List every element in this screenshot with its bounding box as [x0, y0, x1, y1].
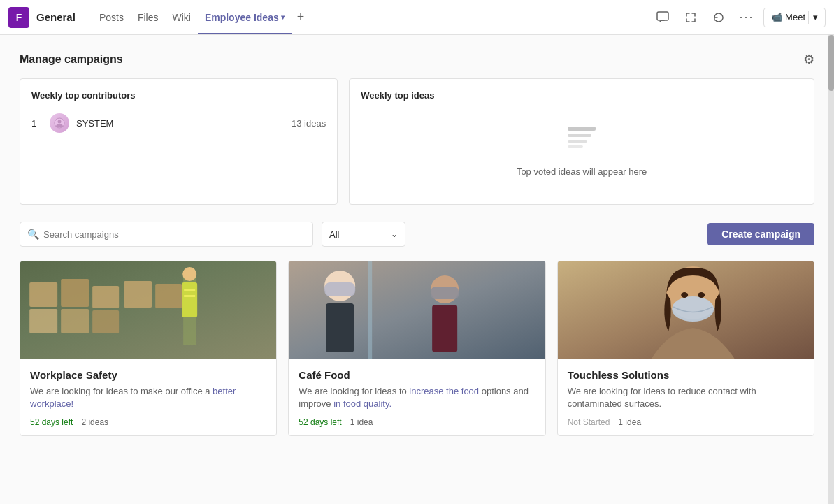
search-campaigns-input[interactable]: [43, 229, 305, 240]
nav-right-controls: ··· 📹 Meet ▾: [652, 6, 826, 29]
search-input-wrap[interactable]: 🔍: [20, 222, 313, 247]
svg-rect-25: [326, 303, 354, 352]
meet-button[interactable]: 📹 Meet ▾: [763, 8, 826, 27]
top-ideas-empty: Top voted ideas will appear here: [361, 109, 803, 193]
campaign-body-touchless: Touchless Solutions We are looking for i…: [558, 359, 814, 435]
svg-rect-8: [29, 282, 57, 307]
svg-rect-9: [61, 279, 89, 307]
desc-highlight-cafe2: in food quality.: [333, 398, 391, 409]
svg-point-33: [698, 292, 705, 298]
meet-icon: 📹: [771, 12, 782, 22]
refresh-icon-button[interactable]: [707, 6, 730, 29]
weekly-contributors-title: Weekly top contributors: [31, 90, 326, 101]
desc-highlight-cafe1: increase the food: [409, 386, 479, 396]
nav-tabs: Posts Files Wiki Employee Ideas ▾ +: [92, 0, 310, 34]
channel-name: General: [36, 11, 76, 23]
campaign-meta-touchless: Not Started 1 idea: [568, 417, 804, 427]
campaign-desc-workplace: We are looking for ideas to make our off…: [30, 385, 266, 410]
empty-ideas-icon: [565, 125, 598, 161]
svg-rect-6: [568, 145, 583, 148]
svg-rect-10: [92, 286, 119, 308]
meet-chevron[interactable]: ▾: [808, 11, 818, 24]
campaign-card-cafe-food[interactable]: Café Food We are looking for ideas to in…: [288, 261, 545, 436]
meet-label: Meet: [785, 12, 805, 22]
contributor-idea-count: 13 ideas: [292, 118, 326, 129]
svg-point-2: [58, 120, 62, 124]
settings-gear-button[interactable]: ⚙: [803, 52, 814, 67]
svg-rect-19: [184, 289, 195, 291]
campaign-title-workplace: Workplace Safety: [30, 369, 266, 381]
svg-rect-20: [184, 295, 195, 297]
svg-rect-13: [92, 310, 119, 333]
manage-title: Manage campaigns: [20, 53, 123, 66]
manage-header: Manage campaigns ⚙: [20, 52, 814, 67]
campaign-title-touchless: Touchless Solutions: [568, 369, 804, 381]
weekly-contributors-panel: Weekly top contributors 1 SYSTEM 13 idea…: [20, 78, 338, 205]
campaign-image-touchless: [558, 261, 814, 359]
svg-rect-0: [657, 12, 668, 20]
empty-ideas-text: Top voted ideas will appear here: [517, 166, 647, 177]
svg-rect-24: [324, 282, 355, 296]
svg-rect-11: [29, 309, 57, 333]
campaign-desc-cafe: We are looking for ideas to increase the…: [299, 385, 535, 410]
campaigns-grid: Workplace Safety We are looking for idea…: [20, 261, 814, 436]
campaign-days-workplace: 52 days left: [30, 417, 73, 427]
svg-point-32: [681, 292, 688, 298]
filter-chevron-icon: ⌄: [391, 229, 398, 239]
campaign-days-cafe: 52 days left: [299, 417, 341, 427]
svg-rect-22: [368, 261, 372, 359]
campaign-card-touchless[interactable]: Touchless Solutions We are looking for i…: [557, 261, 814, 436]
page-scrollbar[interactable]: [828, 35, 834, 504]
search-bar-row: 🔍 All ⌄ Create campaign: [20, 222, 814, 247]
chat-icon-button[interactable]: [652, 6, 674, 29]
campaign-desc-touchless: We are looking for ideas to reduce conta…: [568, 385, 804, 410]
svg-rect-4: [568, 134, 591, 137]
campaign-body-workplace: Workplace Safety We are looking for idea…: [20, 359, 276, 435]
campaign-body-cafe: Café Food We are looking for ideas to in…: [289, 359, 545, 435]
svg-rect-7: [20, 261, 276, 359]
campaign-status-touchless: Not Started: [568, 417, 610, 427]
campaign-image-cafe: [289, 261, 545, 359]
contributor-name: SYSTEM: [76, 118, 285, 129]
more-options-button[interactable]: ···: [735, 6, 758, 29]
expand-icon-button[interactable]: [680, 6, 702, 29]
svg-point-17: [182, 267, 196, 281]
campaign-ideas-cafe: 1 idea: [350, 417, 373, 427]
filter-select[interactable]: All ⌄: [322, 222, 405, 247]
weekly-panels: Weekly top contributors 1 SYSTEM 13 idea…: [20, 78, 814, 205]
main-content: Manage campaigns ⚙ Weekly top contributo…: [0, 35, 834, 504]
scrollbar-thumb[interactable]: [828, 35, 834, 91]
desc-highlight-workplace: better workplace!: [30, 386, 236, 409]
svg-rect-12: [61, 309, 89, 333]
filter-label: All: [329, 229, 391, 240]
svg-rect-28: [432, 305, 457, 352]
svg-rect-15: [155, 284, 182, 308]
top-nav: F General Posts Files Wiki Employee Idea…: [0, 0, 834, 35]
weekly-ideas-title: Weekly top ideas: [361, 90, 803, 101]
campaign-card-workplace-safety[interactable]: Workplace Safety We are looking for idea…: [20, 261, 277, 436]
weekly-ideas-panel: Weekly top ideas Top voted ideas will ap…: [349, 78, 814, 205]
campaign-title-cafe: Café Food: [299, 369, 535, 381]
contributor-avatar: [50, 113, 69, 133]
add-tab-button[interactable]: +: [292, 10, 310, 24]
employee-ideas-chevron: ▾: [281, 13, 285, 21]
create-campaign-button[interactable]: Create campaign: [707, 223, 814, 245]
svg-rect-5: [568, 140, 587, 143]
campaign-ideas-touchless: 1 idea: [618, 417, 641, 427]
campaign-meta-workplace: 52 days left 2 ideas: [30, 417, 266, 427]
campaign-meta-cafe: 52 days left 1 idea: [299, 417, 535, 427]
contributor-row: 1 SYSTEM 13 ideas: [31, 109, 326, 137]
tab-posts[interactable]: Posts: [92, 0, 131, 34]
svg-rect-3: [568, 127, 596, 131]
campaign-ideas-workplace: 2 ideas: [81, 417, 108, 427]
channel-avatar: F: [8, 7, 29, 28]
tab-wiki[interactable]: Wiki: [165, 0, 197, 34]
tab-employee-ideas[interactable]: Employee Ideas ▾: [198, 0, 292, 34]
search-icon: 🔍: [27, 229, 39, 240]
svg-rect-27: [431, 287, 459, 299]
svg-rect-14: [124, 281, 152, 308]
tab-files[interactable]: Files: [131, 0, 166, 34]
campaign-image-workplace: [20, 261, 276, 359]
contributor-rank: 1: [31, 118, 43, 129]
svg-rect-18: [182, 282, 197, 317]
